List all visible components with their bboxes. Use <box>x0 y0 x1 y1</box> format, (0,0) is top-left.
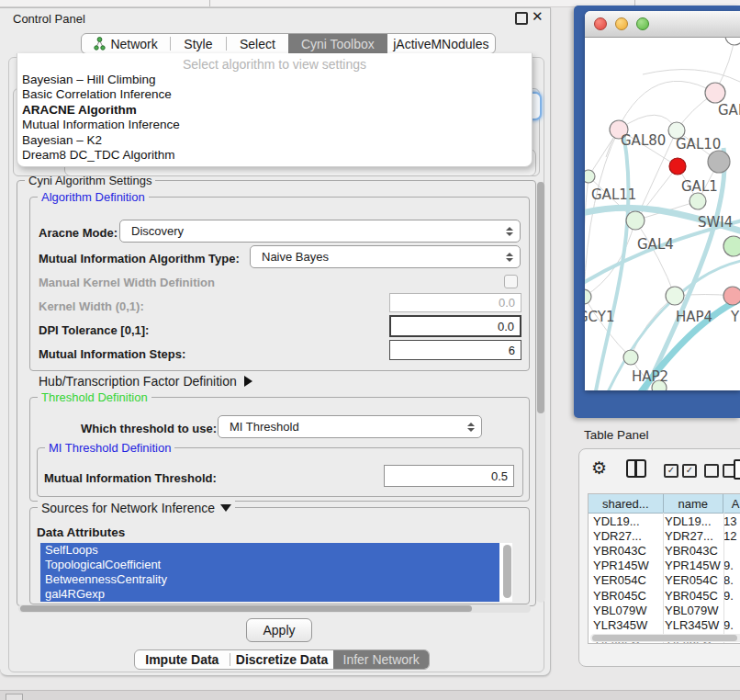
kernel-width-label: Kernel Width (0,1): <box>39 299 144 313</box>
table-row[interactable]: YBR045C YBR045C 9. <box>589 588 740 603</box>
panel-tab-bar: Network Style Select Cyni Toolbox jActiv… <box>81 33 496 54</box>
float-icon[interactable] <box>515 12 528 25</box>
settings-vscrollbar[interactable] <box>536 182 545 603</box>
window-minimize-icon[interactable] <box>615 17 628 30</box>
tab-impute-data[interactable]: Impute Data <box>135 650 230 669</box>
manual-kernel-label: Manual Kernel Width Definition <box>39 276 215 289</box>
column-header-partial[interactable]: A <box>723 494 740 513</box>
gear-icon[interactable]: ⚙ <box>591 457 607 479</box>
mini-panel-icon[interactable] <box>6 694 23 700</box>
list-item[interactable]: BetweennessCentrality <box>40 572 499 587</box>
dropdown-item-bayesian-k2[interactable]: Bayesian – K2 <box>17 133 532 148</box>
dpi-tolerance-field[interactable]: 0.0 <box>389 315 521 337</box>
column-header-name[interactable]: name <box>664 494 724 513</box>
hub-definition-toggle[interactable]: Hub/Transcription Factor Definition <box>39 374 252 389</box>
algorithm-dropdown-popup: Select algorithm to view settings Bayesi… <box>17 53 533 167</box>
mi-steps-field[interactable]: 6 <box>389 340 521 360</box>
table-hscrollbar[interactable] <box>590 634 740 642</box>
mi-algorithm-type-combo[interactable]: Naive Bayes <box>250 245 521 268</box>
network-window-titlebar[interactable] <box>585 11 740 38</box>
tab-select[interactable]: Select <box>227 34 288 53</box>
table-rows: YDL19... YDL19... 13 YDR27... YDR27... 1… <box>589 514 740 644</box>
unchecked-checkboxes-icon[interactable] <box>704 464 737 478</box>
function-builder-icon[interactable] <box>734 459 740 480</box>
close-icon[interactable]: ✕ <box>532 8 544 25</box>
node-label-hap4: HAP4 <box>676 309 712 325</box>
table-row[interactable]: YBL079W YBL079W <box>589 603 740 617</box>
tab-jactivemnodules[interactable]: jActiveMNodules <box>387 34 495 53</box>
dropdown-item-aracne[interactable]: ARACNE Algorithm <box>17 103 532 118</box>
table-row[interactable]: YPR145W YPR145W 9. <box>589 559 740 573</box>
cell: YDR27... <box>589 529 665 543</box>
node-gcy1 <box>585 289 591 304</box>
dropdown-item-mutual-information[interactable]: Mutual Information Inference <box>17 118 532 132</box>
manual-kernel-checkbox[interactable] <box>504 275 518 288</box>
checked-checkboxes-icon[interactable]: ✓✓ <box>664 464 697 478</box>
table-row[interactable]: YDR27... YDR27... 12 <box>589 528 740 543</box>
node <box>725 38 740 45</box>
node-label-swi4: SWI4 <box>698 214 733 231</box>
table-row[interactable]: YBR043C YBR043C <box>589 543 740 558</box>
columns-icon[interactable] <box>626 459 646 478</box>
node-gal-partial <box>705 83 725 103</box>
dropdown-item-bayesian-hill-climbing[interactable]: Bayesian – Hill Climbing <box>17 73 532 87</box>
cell: YDL19... <box>665 514 723 528</box>
table-row[interactable]: YDL19... YDL19... 13 <box>589 514 740 528</box>
cell: 12 <box>723 529 740 543</box>
column-header-label: A <box>732 497 740 511</box>
cell: YDR27... <box>665 529 723 543</box>
table-row[interactable]: YLR345W YLR345W 9. <box>589 617 740 632</box>
chevron-right-icon <box>244 376 252 387</box>
tab-cyni-toolbox-label: Cyni Toolbox <box>301 37 375 51</box>
bottom-tab-bar: Impute Data Discretize Data Infer Networ… <box>134 649 430 670</box>
table-row[interactable]: YER054C YER054C 8. <box>589 573 740 588</box>
list-item[interactable]: TopologicalCoefficient <box>40 558 499 572</box>
network-tree-icon <box>94 37 106 51</box>
which-threshold-label: Which threshold to use: <box>81 422 217 435</box>
tab-infer-label: Infer Network <box>343 652 420 667</box>
tab-cyni-toolbox[interactable]: Cyni Toolbox <box>288 34 387 53</box>
table-panel-title: Table Panel <box>584 428 649 442</box>
which-threshold-combo[interactable]: MI Threshold <box>218 415 482 438</box>
aracne-mode-combo[interactable]: Discovery <box>119 220 521 243</box>
sources-title[interactable]: Sources for Network Inference <box>38 501 235 515</box>
cell: YPR145W <box>589 559 665 572</box>
tab-impute-label: Impute Data <box>145 652 219 667</box>
node-label-gal10: GAL10 <box>676 136 721 152</box>
node-hap2 <box>623 350 638 365</box>
node-label-gal1: GAL1 <box>681 178 718 195</box>
mi-threshold-field[interactable]: 0.5 <box>384 465 514 487</box>
table-toolbar: ⚙ ✓✓ <box>579 449 740 491</box>
cell: YBL079W <box>665 604 723 617</box>
cell: 9. <box>723 589 740 603</box>
dropdown-item-basic-correlation[interactable]: Basic Correlation Inference <box>17 87 532 102</box>
window-zoom-icon[interactable] <box>636 17 649 30</box>
window-close-icon[interactable] <box>594 17 607 30</box>
list-scrollbar[interactable] <box>503 545 511 598</box>
tab-discretize-label: Discretize Data <box>236 652 328 667</box>
node-salmon <box>723 287 740 305</box>
dropdown-item-dream8[interactable]: Dream8 DC_TDC Algorithm <box>17 148 532 163</box>
kernel-width-field[interactable]: 0.0 <box>389 293 521 312</box>
tab-style[interactable]: Style <box>171 34 226 53</box>
cell: YBR043C <box>665 544 723 558</box>
node-label-y-partial: Y <box>730 309 740 325</box>
column-header-label: name <box>678 497 709 511</box>
top-strip-tick <box>209 0 210 6</box>
data-attributes-list[interactable]: SelfLoops TopologicalCoefficient Between… <box>40 543 512 602</box>
cell: YDL19... <box>589 514 665 528</box>
column-header-shared-name[interactable]: shared... <box>589 494 664 513</box>
tab-select-label: Select <box>240 37 275 51</box>
cell: 8. <box>723 573 740 587</box>
cell: YPR145W <box>665 559 723 572</box>
settings-hscrollbar[interactable] <box>18 604 531 613</box>
tab-discretize-data[interactable]: Discretize Data <box>230 650 334 669</box>
network-canvas[interactable]: GAL GAL80 GAL10 GAL11 GAL1 SWI4 GAL4 GCY… <box>585 38 740 390</box>
node-gal4 <box>626 211 645 230</box>
list-item[interactable]: gal4RGexp <box>40 587 499 602</box>
node-label-gal4: GAL4 <box>637 236 674 253</box>
tab-infer-network[interactable]: Infer Network <box>333 650 429 669</box>
tab-network[interactable]: Network <box>82 34 170 53</box>
apply-button[interactable]: Apply <box>246 618 312 642</box>
list-item[interactable]: SelfLoops <box>40 543 499 558</box>
